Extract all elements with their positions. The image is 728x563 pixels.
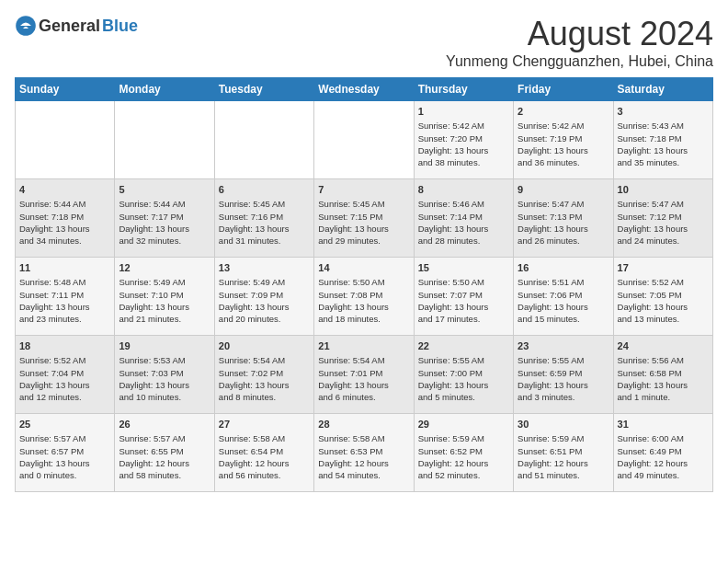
day-info: and 52 minutes.	[418, 469, 509, 481]
day-info: Sunrise: 5:49 AM	[219, 276, 310, 288]
calendar-cell: 3Sunrise: 5:43 AMSunset: 7:18 PMDaylight…	[613, 101, 712, 179]
day-info: and 51 minutes.	[518, 469, 609, 481]
day-info: Sunset: 7:08 PM	[318, 289, 409, 301]
day-info: Daylight: 13 hours	[418, 223, 509, 235]
title-section: August 2024 Yunmeng Chengguanzhen, Hubei…	[446, 15, 713, 70]
day-info: Sunset: 7:00 PM	[418, 367, 509, 379]
header-wednesday: Wednesday	[314, 78, 414, 101]
day-info: Daylight: 12 hours	[318, 457, 409, 469]
calendar-cell: 7Sunrise: 5:45 AMSunset: 7:15 PMDaylight…	[314, 179, 414, 258]
day-info: Daylight: 12 hours	[119, 457, 210, 469]
day-number: 31	[618, 418, 709, 431]
day-info: Sunset: 7:18 PM	[19, 211, 110, 223]
day-info: Sunrise: 5:54 AM	[219, 354, 310, 366]
month-title: August 2024	[446, 15, 713, 53]
day-info: Sunrise: 5:56 AM	[618, 354, 709, 366]
day-info: Sunrise: 5:42 AM	[518, 120, 609, 132]
day-info: Sunset: 7:10 PM	[119, 289, 210, 301]
day-info: Sunrise: 5:49 AM	[119, 276, 210, 288]
day-info: Sunrise: 6:00 AM	[618, 432, 709, 444]
day-number: 11	[19, 261, 110, 275]
day-number: 27	[219, 418, 310, 431]
day-info: and 32 minutes.	[119, 235, 210, 247]
day-number: 22	[418, 339, 509, 353]
day-info: Sunset: 6:58 PM	[618, 367, 709, 379]
calendar-cell: 11Sunrise: 5:48 AMSunset: 7:11 PMDayligh…	[16, 258, 115, 336]
calendar-cell: 29Sunrise: 5:59 AMSunset: 6:52 PMDayligh…	[414, 414, 513, 492]
day-info: Sunrise: 5:57 AM	[19, 432, 110, 444]
day-info: Sunrise: 5:48 AM	[19, 276, 110, 288]
day-number: 9	[518, 183, 609, 197]
header-sunday: Sunday	[16, 78, 115, 101]
day-info: Sunset: 7:03 PM	[119, 367, 210, 379]
day-number: 25	[19, 418, 110, 431]
calendar-cell: 28Sunrise: 5:58 AMSunset: 6:53 PMDayligh…	[314, 414, 414, 492]
calendar-cell: 31Sunrise: 6:00 AMSunset: 6:49 PMDayligh…	[613, 414, 712, 492]
day-info: and 28 minutes.	[418, 235, 509, 247]
day-info: Daylight: 13 hours	[19, 457, 110, 469]
day-info: Sunrise: 5:47 AM	[518, 198, 609, 210]
header-saturday: Saturday	[613, 78, 712, 101]
calendar-header: Sunday Monday Tuesday Wednesday Thursday…	[16, 78, 713, 101]
day-info: Sunrise: 5:52 AM	[618, 276, 709, 288]
day-number: 4	[19, 183, 110, 197]
day-info: and 15 minutes.	[518, 313, 609, 325]
day-number: 28	[318, 418, 409, 431]
calendar-week-3: 11Sunrise: 5:48 AMSunset: 7:11 PMDayligh…	[16, 258, 713, 336]
day-info: and 1 minute.	[618, 391, 709, 403]
day-number: 19	[119, 339, 210, 353]
calendar-cell: 25Sunrise: 5:57 AMSunset: 6:57 PMDayligh…	[16, 414, 115, 492]
day-info: Daylight: 13 hours	[518, 223, 609, 235]
day-info: Sunset: 7:02 PM	[219, 367, 310, 379]
day-info: Sunset: 7:06 PM	[518, 289, 609, 301]
day-info: Sunset: 7:17 PM	[119, 211, 210, 223]
day-info: Sunset: 7:14 PM	[418, 211, 509, 223]
day-info: Sunset: 7:16 PM	[219, 211, 310, 223]
day-info: Sunrise: 5:50 AM	[418, 276, 509, 288]
day-info: and 20 minutes.	[219, 313, 310, 325]
day-info: Sunset: 6:52 PM	[418, 445, 509, 457]
day-info: Daylight: 13 hours	[119, 301, 210, 313]
day-number: 23	[518, 339, 609, 353]
header-row: Sunday Monday Tuesday Wednesday Thursday…	[16, 78, 713, 101]
header-friday: Friday	[514, 78, 613, 101]
day-info: and 49 minutes.	[618, 469, 709, 481]
day-info: Sunset: 6:53 PM	[318, 445, 409, 457]
day-info: Daylight: 13 hours	[119, 379, 210, 391]
day-number: 8	[418, 183, 509, 197]
day-number: 5	[119, 183, 210, 197]
day-info: Daylight: 13 hours	[618, 144, 709, 156]
calendar-cell	[314, 101, 414, 179]
day-info: Sunset: 7:20 PM	[418, 132, 509, 144]
calendar-cell: 2Sunrise: 5:42 AMSunset: 7:19 PMDaylight…	[514, 101, 613, 179]
calendar-cell: 20Sunrise: 5:54 AMSunset: 7:02 PMDayligh…	[214, 336, 313, 414]
day-info: Sunrise: 5:58 AM	[219, 432, 310, 444]
calendar-cell	[16, 101, 115, 179]
header-tuesday: Tuesday	[214, 78, 313, 101]
day-info: Sunrise: 5:55 AM	[518, 354, 609, 366]
day-info: Sunrise: 5:46 AM	[418, 198, 509, 210]
location-title: Yunmeng Chengguanzhen, Hubei, China	[446, 53, 713, 70]
day-info: Daylight: 12 hours	[219, 457, 310, 469]
day-info: Sunrise: 5:52 AM	[19, 354, 110, 366]
day-info: Daylight: 13 hours	[518, 379, 609, 391]
day-info: Daylight: 13 hours	[19, 301, 110, 313]
day-info: Daylight: 13 hours	[318, 379, 409, 391]
day-info: Sunrise: 5:42 AM	[418, 120, 509, 132]
day-info: Sunrise: 5:43 AM	[618, 120, 709, 132]
calendar-cell: 15Sunrise: 5:50 AMSunset: 7:07 PMDayligh…	[414, 258, 513, 336]
day-info: Sunrise: 5:45 AM	[219, 198, 310, 210]
day-number: 21	[318, 339, 409, 353]
day-info: and 17 minutes.	[418, 313, 509, 325]
day-info: and 0 minutes.	[19, 469, 110, 481]
day-info: and 58 minutes.	[119, 469, 210, 481]
day-number: 24	[618, 339, 709, 353]
day-info: Sunrise: 5:47 AM	[618, 198, 709, 210]
calendar-cell: 1Sunrise: 5:42 AMSunset: 7:20 PMDaylight…	[414, 101, 513, 179]
day-number: 14	[318, 261, 409, 275]
day-number: 20	[219, 339, 310, 353]
day-info: and 13 minutes.	[618, 313, 709, 325]
calendar-week-1: 1Sunrise: 5:42 AMSunset: 7:20 PMDaylight…	[16, 101, 713, 179]
day-info: Sunset: 7:11 PM	[19, 289, 110, 301]
calendar-cell: 13Sunrise: 5:49 AMSunset: 7:09 PMDayligh…	[214, 258, 313, 336]
